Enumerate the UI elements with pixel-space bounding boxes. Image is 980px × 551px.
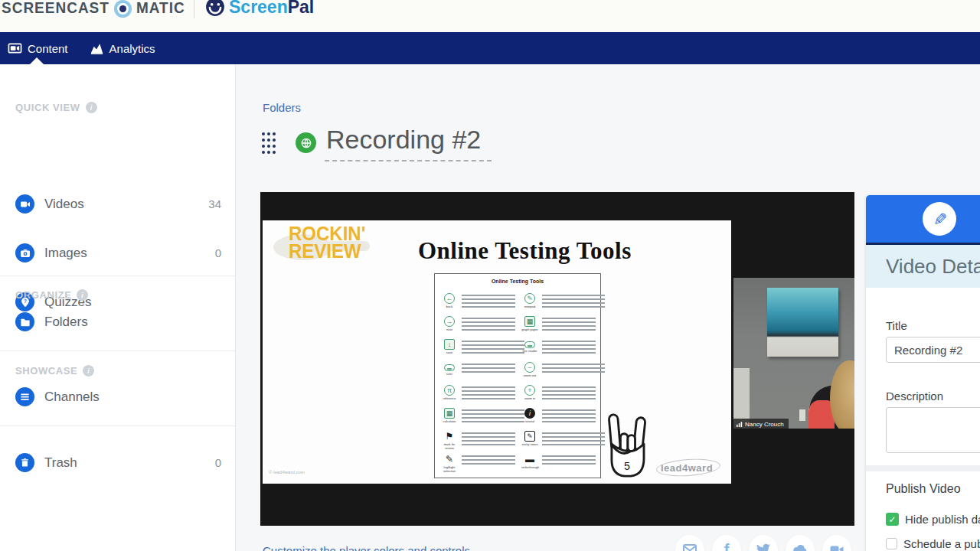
title-input[interactable] bbox=[886, 337, 980, 363]
schedule-publish-checkbox-row[interactable]: Schedule a publish bbox=[886, 537, 980, 550]
tab-analytics[interactable]: Analytics bbox=[90, 41, 155, 56]
title-field-label: Title bbox=[886, 319, 907, 332]
pill-icon: ▬ bbox=[444, 364, 455, 371]
panel-publish-card: Publish Video ✓ Hide publish date Schedu… bbox=[866, 471, 980, 551]
video-share-icon[interactable] bbox=[822, 535, 851, 551]
tool-label: next bbox=[441, 328, 458, 331]
app-root: SCREENCAST MATIC ScreenPal Content bbox=[0, 0, 980, 551]
tool-description-lines bbox=[542, 409, 596, 423]
top-header: SCREENCAST MATIC ScreenPal bbox=[0, 0, 980, 32]
trash-icon bbox=[15, 453, 34, 472]
section-quick-view: QUICK VIEW i bbox=[15, 102, 97, 113]
video-player[interactable]: ROCKIN' REVIEW Online Testing Tools Onli… bbox=[260, 192, 854, 526]
tab-content-label: Content bbox=[28, 42, 68, 55]
publish-video-heading: Publish Video bbox=[886, 482, 961, 496]
tool-description-lines bbox=[462, 341, 524, 354]
tool-description-lines bbox=[462, 432, 515, 446]
drag-handle[interactable] bbox=[260, 131, 277, 155]
email-icon[interactable] bbox=[675, 535, 704, 551]
tool-entry: ✎notepad bbox=[521, 291, 596, 314]
tool-description-lines bbox=[542, 364, 605, 373]
tool-description-lines bbox=[462, 318, 515, 331]
logo-divider bbox=[194, 0, 194, 18]
tool-label: tutorial bbox=[521, 419, 538, 423]
tool-description-lines bbox=[462, 455, 515, 465]
twitter-icon[interactable] bbox=[749, 535, 778, 551]
video-icon bbox=[15, 194, 34, 214]
hide-publish-date-checkbox-row[interactable]: ✓ Hide publish date bbox=[886, 513, 980, 526]
info-icon[interactable]: i bbox=[77, 289, 88, 301]
person-hair bbox=[830, 360, 854, 429]
tool-entry: ▬strikethrough bbox=[521, 452, 596, 474]
svg-text:5: 5 bbox=[624, 460, 630, 472]
screencast-o-matic-logo[interactable]: SCREENCAST MATIC bbox=[2, 0, 185, 20]
screencast-wordmark-right: MATIC bbox=[136, 0, 185, 18]
note-square-icon: ✎ bbox=[524, 431, 535, 442]
tools-grid: ←back→next↓save▬rulerπreference▦calculat… bbox=[441, 291, 596, 474]
description-input[interactable] bbox=[886, 407, 980, 453]
tool-label: save bbox=[441, 350, 458, 354]
sidebar-item-videos[interactable]: Videos 34 bbox=[0, 194, 235, 214]
tool-label: zoom in bbox=[521, 396, 538, 400]
tool-description-lines bbox=[542, 295, 605, 308]
signal-bars-icon bbox=[737, 421, 743, 427]
slide-title: Online Testing Tools bbox=[418, 237, 632, 265]
edit-button[interactable]: ✎ bbox=[923, 202, 956, 236]
tool-description-lines bbox=[542, 318, 596, 331]
tool-description-lines bbox=[542, 432, 605, 446]
customize-player-link[interactable]: Customize the player colors and controls bbox=[263, 544, 470, 551]
sidebar-divider bbox=[0, 425, 235, 426]
checkbox-unchecked-icon[interactable] bbox=[886, 538, 897, 549]
tool-description-lines bbox=[462, 386, 515, 400]
video-details-panel: ✎ Video Details Title Description Publis… bbox=[866, 195, 980, 551]
rock-hand-graphic: 5 bbox=[606, 412, 648, 479]
checkbox-checked-icon[interactable]: ✓ bbox=[886, 513, 899, 526]
webcam-overlay: Nancy Crouch bbox=[733, 278, 854, 429]
tool-label: graph paper bbox=[521, 328, 538, 331]
share-cloud-icon[interactable] bbox=[786, 535, 815, 551]
tab-analytics-label: Analytics bbox=[109, 42, 155, 55]
light-switch bbox=[799, 409, 805, 421]
rockin-review-logo: ROCKIN' REVIEW bbox=[289, 224, 365, 259]
webcam-name-label: Nancy Crouch bbox=[733, 419, 789, 429]
content-icon bbox=[8, 41, 22, 56]
sidebar-item-trash[interactable]: Trash 0 bbox=[0, 453, 235, 472]
sidebar-item-channels[interactable]: Channels bbox=[0, 387, 235, 406]
panel-subheader: Video Details bbox=[866, 245, 980, 288]
tool-entry: ✎sticky notes bbox=[521, 429, 596, 452]
folder-icon bbox=[15, 312, 34, 331]
screencast-wordmark-left: SCREENCAST bbox=[2, 0, 109, 18]
info-icon[interactable]: i bbox=[83, 365, 94, 377]
analytics-icon bbox=[90, 41, 104, 56]
tool-entry: ▬line reader bbox=[521, 337, 596, 360]
sidebar-divider bbox=[0, 350, 235, 351]
wall-painting bbox=[767, 288, 838, 357]
tool-label: highlight selection bbox=[441, 465, 458, 473]
tab-content[interactable]: Content bbox=[8, 41, 68, 56]
tool-description-lines bbox=[462, 364, 515, 373]
tool-entry: ✎highlight selection bbox=[441, 452, 515, 474]
tool-entry: +zoom in bbox=[521, 383, 596, 406]
breadcrumb-folders[interactable]: Folders bbox=[263, 101, 301, 114]
screenpal-face-icon bbox=[205, 0, 225, 17]
grid-box-icon: ▦ bbox=[524, 316, 535, 327]
tool-description-lines bbox=[542, 341, 596, 354]
tools-table-title: Online Testing Tools bbox=[435, 279, 600, 284]
slide-frame: ROCKIN' REVIEW Online Testing Tools Onli… bbox=[263, 220, 731, 484]
screenpal-logo[interactable]: ScreenPal bbox=[205, 0, 314, 19]
images-count: 0 bbox=[215, 246, 221, 259]
active-tab-caret bbox=[30, 57, 44, 64]
facebook-icon[interactable]: f bbox=[712, 535, 741, 551]
panel-details-card: Title Description bbox=[866, 288, 980, 465]
tool-entry: ←back bbox=[441, 291, 515, 314]
sidebar-item-images[interactable]: Images 0 bbox=[0, 243, 235, 262]
pencil-circle-icon: ✎ bbox=[524, 293, 535, 304]
share-icons-row: f bbox=[675, 535, 851, 551]
arrow-left-icon: ← bbox=[444, 293, 455, 304]
tool-entry: ▦calculator bbox=[441, 406, 515, 429]
channels-icon bbox=[15, 387, 34, 406]
lead4ward-logo: lead4ward bbox=[661, 462, 713, 474]
sidebar-item-folders[interactable]: Folders bbox=[0, 312, 235, 331]
info-icon[interactable]: i bbox=[86, 102, 97, 113]
page-title[interactable]: Recording #2 bbox=[325, 125, 492, 161]
